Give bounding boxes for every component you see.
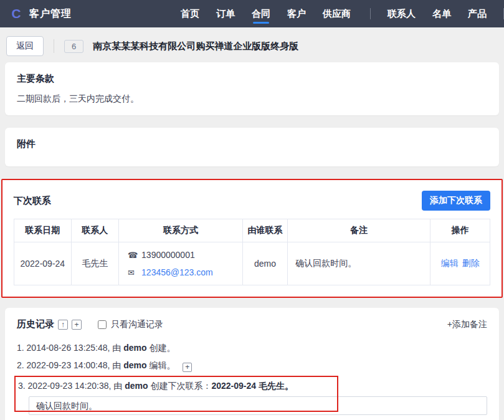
page-header: 返回 6 南京某某某科技有限公司购买禅道企业版版终身版 xyxy=(0,27,504,62)
nav-item-home[interactable]: 首页 xyxy=(181,0,199,27)
cell-contact-method: ☎ 13900000001 ✉ 123456@123.com xyxy=(119,242,243,285)
next-contact-table: 联系日期 联系人 联系方式 由谁联系 备注 操作 2022-09-24 毛先生 … xyxy=(14,219,490,285)
column-header-by: 由谁联系 xyxy=(242,219,288,242)
comm-only-label[interactable]: 只看沟通记录 xyxy=(111,319,163,330)
history-item-action: 编辑。 xyxy=(149,360,175,370)
back-button[interactable]: 返回 xyxy=(6,36,44,56)
mail-icon: ✉ xyxy=(128,268,137,277)
next-contact-header: 下次联系 添加下次联系 xyxy=(14,191,490,211)
history-item-text: 1. 2014-08-26 13:25:48, 由 xyxy=(17,343,121,353)
next-contact-annotation-box: 下次联系 添加下次联系 联系日期 联系人 联系方式 由谁联系 备注 操作 202… xyxy=(1,179,503,298)
cell-contact-date: 2022-09-24 xyxy=(14,242,72,285)
email-link[interactable]: 123456@123.com xyxy=(141,267,213,277)
header-divider xyxy=(54,39,54,53)
column-header-actions: 操作 xyxy=(430,219,490,242)
history-item-3: 3. 2022-09-23 14:20:38, 由 demo 创建下次联系：20… xyxy=(17,376,487,419)
column-header-date: 联系日期 xyxy=(14,219,72,242)
email-line: ✉ 123456@123.com xyxy=(128,267,237,277)
history-item-text: 2. 2022-09-23 14:00:48, 由 xyxy=(17,360,121,370)
column-header-note: 备注 xyxy=(288,219,430,242)
cell-contact-person: 毛先生 xyxy=(71,242,118,285)
history-item-1: 1. 2014-08-26 13:25:48, 由 demo 创建。 xyxy=(17,339,487,356)
expand-icon[interactable]: + xyxy=(183,363,192,372)
attachments-card: 附件 xyxy=(5,128,499,166)
next-contact-card: 下次联系 添加下次联系 联系日期 联系人 联系方式 由谁联系 备注 操作 202… xyxy=(5,181,499,295)
history-item-detail: 2022-09-24 毛先生。 xyxy=(211,381,293,391)
history-item-user: demo xyxy=(123,360,146,370)
nav-menu: 首页 订单 合同 客户 供应商 联系人 名单 产品 xyxy=(181,0,504,27)
history-item-action: 创建下次联系： xyxy=(150,381,211,391)
next-contact-title: 下次联系 xyxy=(14,195,51,207)
nav-divider xyxy=(370,8,371,19)
history-item-user: demo xyxy=(123,343,146,353)
app-logo-icon: C xyxy=(9,6,24,21)
phone-number: 13900000001 xyxy=(141,250,195,260)
edit-link[interactable]: 编辑 xyxy=(441,258,459,268)
history-header: 历史记录 ↑ + 只看沟通记录 +添加备注 xyxy=(17,318,487,330)
nav-item-customers[interactable]: 客户 xyxy=(287,0,306,27)
top-navbar: C 客户管理 首页 订单 合同 客户 供应商 联系人 名单 产品 xyxy=(0,0,504,27)
terms-card-content: 二期回款后，三天内完成交付。 xyxy=(17,93,487,105)
cell-contact-note: 确认回款时间。 xyxy=(288,242,430,285)
column-header-person: 联系人 xyxy=(71,219,118,242)
attachments-card-title: 附件 xyxy=(17,138,487,150)
nav-item-orders[interactable]: 订单 xyxy=(216,0,235,27)
delete-link[interactable]: 删除 xyxy=(462,258,480,268)
terms-card: 主要条款 二期回款后，三天内完成交付。 xyxy=(5,62,499,115)
add-next-contact-button[interactable]: 添加下次联系 xyxy=(422,191,490,211)
cell-contact-by: demo xyxy=(242,242,288,285)
history-card: 历史记录 ↑ + 只看沟通记录 +添加备注 1. 2014-08-26 13:2… xyxy=(5,308,499,420)
scroll-top-icon[interactable]: ↑ xyxy=(58,320,68,330)
terms-card-title: 主要条款 xyxy=(17,73,487,85)
phone-line: ☎ 13900000001 xyxy=(128,250,237,260)
history-item-action: 创建。 xyxy=(149,343,175,353)
history-title: 历史记录 xyxy=(17,318,54,330)
add-note-link[interactable]: +添加备注 xyxy=(447,319,487,330)
nav-item-lists[interactable]: 名单 xyxy=(432,0,451,27)
nav-item-contacts[interactable]: 联系人 xyxy=(388,0,416,27)
history-item-text: 3. 2022-09-23 14:20:38, 由 xyxy=(18,381,122,391)
contract-id-badge: 6 xyxy=(64,40,83,53)
column-header-method: 联系方式 xyxy=(119,219,243,242)
comm-only-checkbox[interactable] xyxy=(98,320,107,329)
nav-item-contracts[interactable]: 合同 xyxy=(252,0,270,27)
history-note-box: 确认回款时间。 xyxy=(29,396,487,415)
contract-title: 南京某某某科技有限公司购买禅道企业版版终身版 xyxy=(93,41,298,52)
table-row: 2022-09-24 毛先生 ☎ 13900000001 ✉ 123456@12… xyxy=(14,242,490,285)
cell-actions: 编辑删除 xyxy=(430,242,490,285)
table-header-row: 联系日期 联系人 联系方式 由谁联系 备注 操作 xyxy=(14,219,490,242)
app-title: 客户管理 xyxy=(29,7,72,21)
history-list: 1. 2014-08-26 13:25:48, 由 demo 创建。 2. 20… xyxy=(17,339,487,420)
history-item-user: demo xyxy=(125,381,148,391)
history-filter: 只看沟通记录 xyxy=(98,319,163,330)
nav-item-suppliers[interactable]: 供应商 xyxy=(323,0,351,27)
history-item-2: 2. 2022-09-23 14:00:48, 由 demo 编辑。 + xyxy=(17,356,487,375)
nav-item-products[interactable]: 产品 xyxy=(468,0,487,27)
phone-icon: ☎ xyxy=(128,251,137,260)
expand-all-icon[interactable]: + xyxy=(72,320,82,330)
